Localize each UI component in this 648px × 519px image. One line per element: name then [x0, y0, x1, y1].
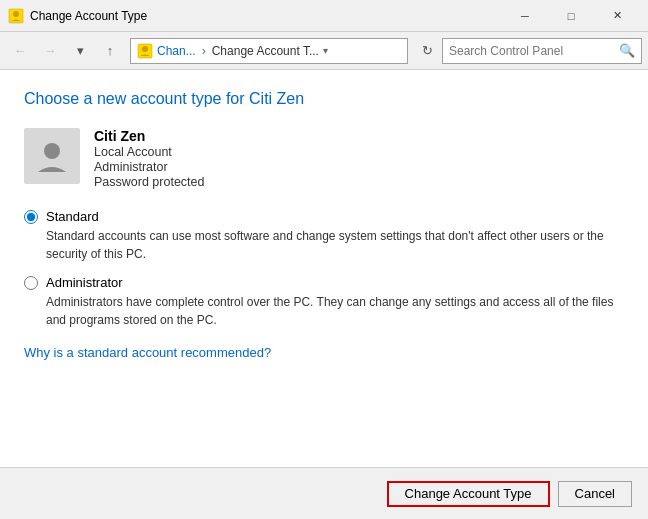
standard-title: Standard [46, 209, 99, 224]
footer: Change Account Type Cancel [0, 467, 648, 519]
user-account-type: Local Account [94, 145, 204, 159]
nav-bar: ← → ▾ ↑ Chan... › Change Account T... ▾ … [0, 32, 648, 70]
maximize-button[interactable]: □ [548, 0, 594, 32]
page-heading: Choose a new account type for Citi Zen [24, 90, 624, 108]
user-avatar [24, 128, 80, 184]
up-button[interactable]: ↑ [96, 37, 124, 65]
cancel-button[interactable]: Cancel [558, 481, 632, 507]
administrator-title: Administrator [46, 275, 123, 290]
window-icon [8, 8, 24, 24]
options-section: Standard Standard accounts can use most … [24, 209, 624, 329]
standard-option: Standard Standard accounts can use most … [24, 209, 624, 263]
administrator-radio[interactable] [24, 276, 38, 290]
forward-button[interactable]: → [36, 37, 64, 65]
back-button[interactable]: ← [6, 37, 34, 65]
window-title: Change Account Type [30, 9, 502, 23]
close-button[interactable]: ✕ [594, 0, 640, 32]
user-role: Administrator [94, 160, 204, 174]
address-part2: Change Account T... [212, 44, 319, 58]
standard-radio[interactable] [24, 210, 38, 224]
address-bar-icon [137, 43, 153, 59]
administrator-desc: Administrators have complete control ove… [46, 293, 624, 329]
user-security: Password protected [94, 175, 204, 189]
svg-point-1 [13, 11, 19, 17]
search-box[interactable]: 🔍 [442, 38, 642, 64]
search-input[interactable] [449, 44, 619, 58]
address-part1: Chan... [157, 44, 196, 58]
search-button[interactable]: 🔍 [619, 43, 635, 58]
title-bar: Change Account Type ─ □ ✕ [0, 0, 648, 32]
refresh-button[interactable]: ↻ [414, 38, 440, 64]
administrator-label[interactable]: Administrator [24, 275, 624, 290]
help-link[interactable]: Why is a standard account recommended? [24, 345, 624, 360]
standard-desc: Standard accounts can use most software … [46, 227, 624, 263]
window-controls: ─ □ ✕ [502, 0, 640, 32]
svg-point-3 [142, 46, 148, 52]
user-section: Citi Zen Local Account Administrator Pas… [24, 128, 624, 189]
main-content: Choose a new account type for Citi Zen C… [0, 70, 648, 519]
user-info: Citi Zen Local Account Administrator Pas… [94, 128, 204, 189]
administrator-option: Administrator Administrators have comple… [24, 275, 624, 329]
address-separator: › [202, 44, 206, 58]
change-account-type-button[interactable]: Change Account Type [387, 481, 550, 507]
minimize-button[interactable]: ─ [502, 0, 548, 32]
address-dropdown-icon[interactable]: ▾ [323, 45, 328, 56]
svg-point-4 [44, 143, 60, 159]
user-name: Citi Zen [94, 128, 204, 144]
address-bar[interactable]: Chan... › Change Account T... ▾ [130, 38, 408, 64]
standard-label[interactable]: Standard [24, 209, 624, 224]
recent-locations-button[interactable]: ▾ [66, 37, 94, 65]
